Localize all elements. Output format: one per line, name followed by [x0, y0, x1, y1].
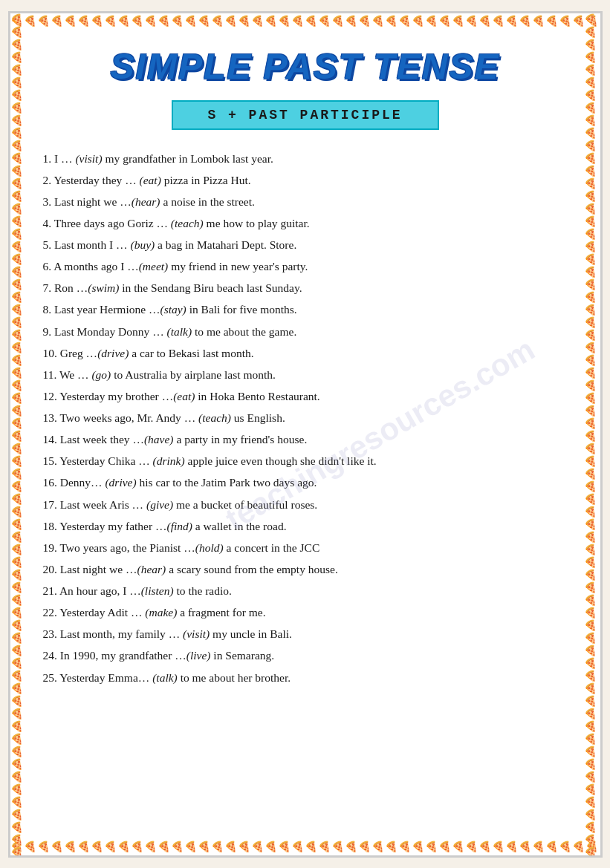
list-item: 11. We … (go) to Australia by airplane l… — [43, 364, 568, 385]
list-item: 25. Yesterday Emma… (talk) to me about h… — [43, 667, 568, 688]
subtitle-box: S + PAST PARTICIPLE — [172, 100, 439, 130]
list-item: 16. Denny… (drive) his car to the Jatim … — [43, 471, 568, 493]
list-item: 7. Ron …(swim) in the Sendang Biru beach… — [43, 277, 568, 298]
list-item: 23. Last month, my family … (visit) my u… — [43, 623, 568, 645]
list-item: 15. Yesterday Chika … (drink) apple juic… — [43, 450, 568, 471]
list-item: 20. Last night we …(hear) a scary sound … — [43, 558, 568, 580]
page-title: SIMPLE PAST TENSE — [43, 46, 568, 87]
subtitle-wrapper: S + PAST PARTICIPLE — [43, 100, 568, 130]
list-item: 18. Yesterday my father …(find) a wallet… — [43, 515, 568, 537]
border-right: 🍕🍕🍕🍕🍕🍕🍕🍕🍕🍕🍕🍕🍕🍕🍕🍕🍕🍕🍕🍕🍕🍕🍕🍕🍕🍕🍕🍕🍕🍕🍕🍕🍕🍕🍕🍕🍕🍕🍕🍕… — [584, 13, 600, 855]
subtitle-text: S + PAST PARTICIPLE — [207, 108, 402, 123]
sentences-list: 1. I … (visit) my grandfather in Lombok … — [43, 148, 568, 688]
list-item: 13. Two weeks ago, Mr. Andy … (teach) us… — [43, 407, 568, 428]
list-item: 19. Two years ago, the Pianist …(hold) a… — [43, 537, 568, 558]
list-item: 1. I … (visit) my grandfather in Lombok … — [43, 148, 568, 169]
border-left: 🍕🍕🍕🍕🍕🍕🍕🍕🍕🍕🍕🍕🍕🍕🍕🍕🍕🍕🍕🍕🍕🍕🍕🍕🍕🍕🍕🍕🍕🍕🍕🍕🍕🍕🍕🍕🍕🍕🍕🍕… — [10, 13, 27, 855]
list-item: 3. Last night we …(hear) a noise in the … — [43, 191, 568, 212]
inner-content: teachingresources.com SIMPLE PAST TENSE … — [43, 46, 568, 688]
page-container: 🍕🍕🍕🍕🍕🍕🍕🍕🍕🍕🍕🍕🍕🍕🍕🍕🍕🍕🍕🍕🍕🍕🍕🍕🍕🍕🍕🍕🍕🍕🍕🍕🍕🍕🍕🍕🍕🍕🍕🍕… — [8, 11, 603, 858]
list-item: 14. Last week they …(have) a party in my… — [43, 428, 568, 450]
list-item: 12. Yesterday my brother …(eat) in Hoka … — [43, 385, 568, 407]
list-item: 4. Three days ago Goriz … (teach) me how… — [43, 212, 568, 234]
list-item: 5. Last month I … (buy) a bag in Matahar… — [43, 234, 568, 255]
border-bottom: 🍕🍕🍕🍕🍕🍕🍕🍕🍕🍕🍕🍕🍕🍕🍕🍕🍕🍕🍕🍕🍕🍕🍕🍕🍕🍕🍕🍕🍕🍕🍕🍕🍕🍕🍕🍕🍕🍕🍕🍕… — [10, 839, 600, 855]
list-item: 22. Yesterday Adit … (make) a fragment f… — [43, 601, 568, 623]
list-item: 2. Yesterday they … (eat) pizza in Pizza… — [43, 169, 568, 191]
list-item: 6. A months ago I …(meet) my friend in n… — [43, 255, 568, 277]
list-item: 9. Last Monday Donny … (talk) to me abou… — [43, 321, 568, 342]
list-item: 17. Last week Aris … (give) me a bucket … — [43, 494, 568, 515]
list-item: 10. Greg …(drive) a car to Bekasi last m… — [43, 342, 568, 364]
list-item: 21. An hour ago, I …(listen) to the radi… — [43, 580, 568, 601]
list-item: 8. Last year Hermione …(stay) in Bali fo… — [43, 298, 568, 320]
list-item: 24. In 1990, my grandfather …(live) in S… — [43, 645, 568, 666]
border-top: 🍕🍕🍕🍕🍕🍕🍕🍕🍕🍕🍕🍕🍕🍕🍕🍕🍕🍕🍕🍕🍕🍕🍕🍕🍕🍕🍕🍕🍕🍕🍕🍕🍕🍕🍕🍕🍕🍕🍕🍕… — [10, 13, 600, 30]
